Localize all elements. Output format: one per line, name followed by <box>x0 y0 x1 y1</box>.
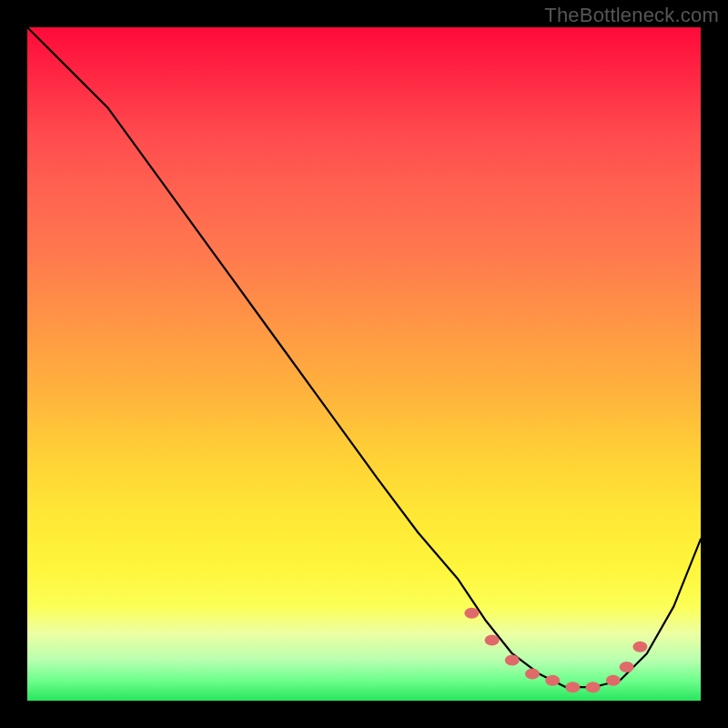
chart-svg <box>27 27 701 701</box>
marker-dot <box>632 642 647 652</box>
watermark-text: TheBottleneck.com <box>544 4 719 27</box>
marker-dot <box>620 662 634 672</box>
marker-dot <box>545 675 560 686</box>
plot-area <box>27 27 701 701</box>
marker-dot <box>464 608 479 619</box>
bottleneck-curve <box>27 27 701 687</box>
marker-dot <box>525 668 540 679</box>
marker-dot <box>606 675 621 686</box>
marker-dot <box>565 682 580 693</box>
marker-dot <box>485 634 500 645</box>
marker-dot <box>586 682 601 693</box>
marker-dot <box>505 655 520 666</box>
marker-group <box>464 608 647 693</box>
chart-frame: TheBottleneck.com <box>0 0 728 728</box>
